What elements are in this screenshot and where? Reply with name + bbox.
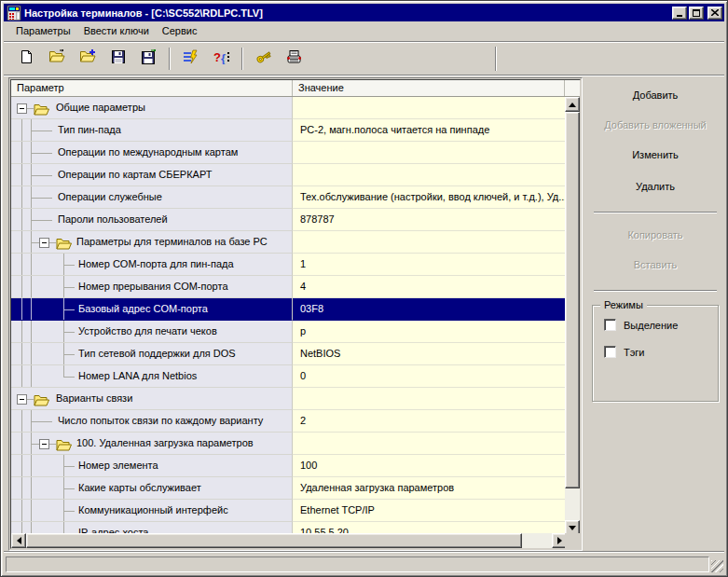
- checkbox-1[interactable]: [604, 319, 616, 331]
- tree-row[interactable]: Тип сетевой поддержки для DOSNetBIOS: [11, 343, 567, 365]
- checkbox-2[interactable]: [604, 346, 616, 358]
- param-cell[interactable]: Операции по картам СБЕРКАРТ: [11, 164, 293, 186]
- action-button-1[interactable]: Добавить: [590, 85, 721, 105]
- help-keys-button[interactable]: ?{: [209, 47, 234, 71]
- horizontal-scrollbar[interactable]: [11, 533, 567, 548]
- tree-row[interactable]: Пароли пользователей878787: [11, 209, 567, 231]
- param-cell[interactable]: Параметры для терминалов на базе PC: [11, 231, 293, 254]
- value-cell[interactable]: Тех.обслуживание (настройки, ввод ключей…: [293, 186, 567, 209]
- param-cell[interactable]: Номер элемента: [11, 455, 293, 477]
- param-cell[interactable]: Базовый адрес COM-порта: [11, 298, 293, 321]
- tree-line: [31, 500, 32, 521]
- value-cell[interactable]: [293, 142, 567, 164]
- expand-toggle[interactable]: [39, 238, 49, 248]
- param-label: Базовый адрес COM-порта: [78, 298, 208, 320]
- param-cell[interactable]: Устройство для печати чеков: [11, 321, 293, 343]
- tree-tick: [63, 354, 75, 355]
- tree-row[interactable]: Операции служебныеТех.обслуживание (наст…: [11, 186, 567, 209]
- param-cell[interactable]: Номер LANA для Netbios: [11, 365, 293, 388]
- scroll-left-button[interactable]: [11, 533, 26, 548]
- tree-row[interactable]: Базовый адрес COM-порта03F8: [11, 298, 567, 321]
- vertical-scrollbar[interactable]: [565, 97, 580, 535]
- tree-tick: [31, 198, 52, 199]
- tree-row[interactable]: Коммуникационный интерфейсEthernet TCP/I…: [11, 500, 567, 522]
- tree-tick: [63, 287, 75, 288]
- checkbox-row: Тэги: [604, 346, 718, 358]
- value-cell[interactable]: [293, 433, 567, 455]
- expand-toggle[interactable]: [17, 394, 27, 405]
- value-cell[interactable]: [293, 231, 567, 254]
- value-cell[interactable]: NetBIOS: [293, 343, 567, 365]
- param-cell[interactable]: Варианты связи: [11, 388, 293, 410]
- tree-line: [21, 365, 22, 387]
- horizontal-scroll-thumb[interactable]: [26, 533, 522, 548]
- tree-row[interactable]: Тип пин-падаPC-2, магн.полоса читается н…: [11, 119, 567, 142]
- param-cell[interactable]: Число попыток связи по каждому варианту: [11, 410, 293, 433]
- open-file-button[interactable]: [44, 47, 69, 71]
- menu-item-1[interactable]: Параметры: [9, 23, 77, 38]
- device-button[interactable]: [282, 47, 307, 71]
- expand-toggle[interactable]: [39, 439, 49, 449]
- param-cell[interactable]: Коммуникационный интерфейс: [11, 500, 293, 522]
- tree-row[interactable]: Общие параметры: [11, 97, 567, 119]
- tree-tick: [63, 377, 75, 378]
- tree-row[interactable]: Какие карты обслуживаетУдаленная загрузк…: [11, 477, 567, 500]
- minimize-button[interactable]: [672, 7, 687, 20]
- tree-row[interactable]: 100. Удаленная загрузка параметров: [11, 433, 567, 455]
- value-cell[interactable]: 100: [293, 455, 567, 477]
- value-cell[interactable]: 03F8: [293, 298, 567, 321]
- value-cell[interactable]: Удаленная загрузка параметров: [293, 477, 567, 500]
- open-add-button[interactable]: [75, 47, 100, 71]
- tree-row[interactable]: Номер LANA для Netbios0: [11, 365, 567, 388]
- tree-tick: [63, 511, 75, 512]
- param-cell[interactable]: Номер прерывания COM-порта: [11, 276, 293, 298]
- value-cell[interactable]: 0: [293, 365, 567, 388]
- param-cell[interactable]: Какие карты обслуживает: [11, 477, 293, 500]
- value-cell[interactable]: PC-2, магн.полоса читается на пинпаде: [293, 119, 567, 142]
- scroll-up-button[interactable]: [565, 97, 580, 112]
- column-header-param[interactable]: Параметр: [11, 80, 293, 96]
- maximize-button[interactable]: [689, 7, 704, 20]
- tree-row[interactable]: Номер прерывания COM-порта4: [11, 276, 567, 298]
- apply-list-button[interactable]: [178, 47, 203, 71]
- tree-row[interactable]: Варианты связи: [11, 388, 567, 410]
- value-cell[interactable]: [293, 164, 567, 186]
- vertical-scroll-thumb[interactable]: [565, 112, 580, 488]
- param-cell[interactable]: Общие параметры: [11, 97, 293, 119]
- save-button[interactable]: [105, 47, 130, 71]
- close-button[interactable]: [707, 7, 722, 20]
- tree-row[interactable]: Операции по картам СБЕРКАРТ: [11, 164, 567, 186]
- value-cell[interactable]: 1: [293, 254, 567, 276]
- tree-row[interactable]: Операции по международным картам: [11, 142, 567, 164]
- value-cell[interactable]: 2: [293, 410, 567, 433]
- action-button-3[interactable]: Изменить: [590, 144, 721, 165]
- resize-grip[interactable]: [711, 560, 723, 572]
- param-cell[interactable]: Номер COM-порта для пин-пада: [11, 254, 293, 276]
- expand-toggle[interactable]: [17, 103, 27, 114]
- toolbar-separator: [169, 48, 171, 70]
- param-cell[interactable]: Тип сетевой поддержки для DOS: [11, 343, 293, 365]
- param-cell[interactable]: Операции по международным картам: [11, 142, 293, 164]
- param-cell[interactable]: Операции служебные: [11, 186, 293, 209]
- menu-item-3[interactable]: Сервис: [156, 23, 204, 38]
- param-cell[interactable]: 100. Удаленная загрузка параметров: [11, 433, 293, 455]
- keys-button[interactable]: [251, 47, 276, 71]
- new-file-button[interactable]: [13, 47, 38, 71]
- tree-row[interactable]: Номер элемента100: [11, 455, 567, 477]
- menu-item-2[interactable]: Ввести ключи: [77, 23, 156, 38]
- param-cell[interactable]: Пароли пользователей: [11, 209, 293, 231]
- tree-row[interactable]: Число попыток связи по каждому варианту2: [11, 410, 567, 433]
- column-header-value[interactable]: Значение: [293, 80, 565, 96]
- value-cell[interactable]: 4: [293, 276, 567, 298]
- action-button-4[interactable]: Удалить: [590, 176, 721, 197]
- save-as-button[interactable]: [136, 47, 161, 71]
- value-cell[interactable]: 878787: [293, 209, 567, 231]
- param-cell[interactable]: Тип пин-пада: [11, 119, 293, 142]
- value-cell[interactable]: Ethernet TCP/IP: [293, 500, 567, 522]
- value-cell[interactable]: [293, 388, 567, 410]
- value-cell[interactable]: p: [293, 321, 567, 343]
- tree-row[interactable]: Номер COM-порта для пин-пада1: [11, 254, 567, 276]
- value-cell[interactable]: [293, 97, 567, 119]
- tree-row[interactable]: Параметры для терминалов на базе PC: [11, 231, 567, 254]
- tree-row[interactable]: Устройство для печати чековp: [11, 321, 567, 343]
